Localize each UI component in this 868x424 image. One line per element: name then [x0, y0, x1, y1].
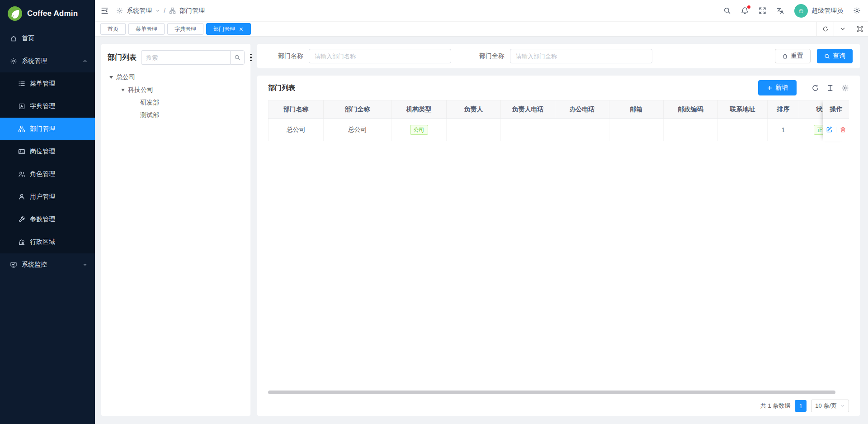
- tree-node-label: 科技公司: [128, 86, 153, 94]
- dept-name-input[interactable]: [309, 49, 451, 63]
- query-button[interactable]: 查询: [817, 49, 853, 63]
- table-refresh-button[interactable]: [811, 84, 819, 92]
- edit-icon: [826, 126, 833, 133]
- tree-search: [141, 50, 245, 65]
- search-icon: [723, 7, 731, 14]
- sidebar-item-user-management[interactable]: 用户管理: [0, 186, 95, 208]
- dept-tree: 总公司 科技公司 研发部 测试部: [108, 71, 244, 122]
- breadcrumb-section[interactable]: 系统管理: [127, 7, 152, 15]
- cell-address: [718, 119, 768, 141]
- tree-search-input[interactable]: [141, 50, 230, 65]
- page-1-button[interactable]: 1: [795, 400, 807, 412]
- cell-postcode: [664, 119, 718, 141]
- org-chart-icon: [18, 125, 25, 133]
- fullscreen-button[interactable]: [759, 7, 766, 14]
- sidebar-item-label: 行政区域: [30, 238, 55, 246]
- tree-search-button[interactable]: [230, 50, 245, 65]
- tab-dict-management[interactable]: 字典管理: [167, 23, 203, 35]
- bank-icon: [18, 238, 25, 246]
- notification-dot: [747, 5, 750, 9]
- tree-panel-header: 部门列表: [108, 50, 244, 65]
- sidebar-item-post-management[interactable]: 岗位管理: [0, 140, 95, 163]
- chevron-down-icon: [840, 26, 846, 32]
- row-height-button[interactable]: [826, 84, 834, 92]
- plus-icon: [767, 85, 773, 91]
- action-divider: [836, 127, 836, 133]
- app-title: Coffee Admin: [27, 9, 78, 18]
- page-size-select[interactable]: 10 条/页: [811, 400, 849, 412]
- horizontal-scrollbar-thumb[interactable]: [268, 391, 835, 394]
- notifications-button[interactable]: [741, 7, 749, 14]
- tree-more-button[interactable]: [249, 52, 253, 63]
- dept-fullname-input[interactable]: [510, 49, 652, 63]
- dept-name-label: 部门名称: [278, 52, 303, 60]
- sidebar-item-param-management[interactable]: 参数管理: [0, 208, 95, 231]
- close-icon[interactable]: [239, 27, 244, 32]
- sidebar-item-label: 字典管理: [30, 102, 55, 110]
- edit-row-button[interactable]: [826, 126, 833, 133]
- sidebar-item-label: 系统监控: [22, 261, 47, 269]
- sidebar-item-role-management[interactable]: 角色管理: [0, 163, 95, 186]
- caret-down-icon[interactable]: [109, 76, 113, 79]
- refresh-icon: [822, 26, 829, 32]
- dictionary-icon: [18, 103, 25, 110]
- search-icon: [234, 54, 241, 61]
- reset-button[interactable]: 重置: [775, 49, 811, 63]
- sidebar-item-home[interactable]: 首页: [0, 27, 95, 50]
- content-fullscreen-button[interactable]: [851, 22, 868, 36]
- add-button[interactable]: 新增: [758, 80, 797, 95]
- sidebar-menu: 首页 系统管理 菜单管理 字典管理 部门管理 岗位管理: [0, 27, 95, 424]
- sidebar-item-dept-management[interactable]: 部门管理: [0, 118, 95, 140]
- cell-leader-phone: [501, 119, 555, 141]
- sidebar-item-label: 菜单管理: [30, 80, 55, 88]
- menu-fold-button[interactable]: [100, 6, 109, 15]
- breadcrumb-separator: /: [164, 7, 165, 14]
- org-chart-icon: [169, 7, 176, 14]
- tabbar: 首页 菜单管理 字典管理 部门管理: [95, 22, 868, 37]
- settings-button[interactable]: [853, 7, 861, 14]
- caret-down-icon[interactable]: [121, 89, 125, 91]
- tree-node-label: 测试部: [140, 111, 159, 119]
- sidebar-submenu: 菜单管理 字典管理 部门管理 岗位管理 角色管理 用户管理: [0, 72, 95, 253]
- search-icon: [824, 53, 830, 59]
- tree-node-tech-company[interactable]: 科技公司: [108, 84, 244, 96]
- sidebar: Coffee Admin 首页 系统管理 菜单管理 字典管理 部门管理: [0, 0, 95, 424]
- sidebar-item-label: 角色管理: [30, 170, 55, 178]
- tree-node-head-office[interactable]: 总公司: [108, 71, 244, 84]
- gear-icon: [853, 7, 861, 14]
- global-search-button[interactable]: [723, 7, 731, 14]
- sidebar-item-system-management[interactable]: 系统管理: [0, 50, 95, 72]
- chevron-down-icon: [82, 262, 88, 267]
- column-settings-button[interactable]: [841, 84, 849, 92]
- cell-email: [609, 119, 664, 141]
- tab-home[interactable]: 首页: [100, 23, 126, 35]
- user-menu[interactable]: ☺ 超级管理员: [794, 4, 843, 18]
- tree-node-test-dept[interactable]: 测试部: [108, 109, 244, 122]
- tab-options-button[interactable]: [834, 22, 851, 36]
- tree-node-rd-dept[interactable]: 研发部: [108, 96, 244, 109]
- refresh-tab-button[interactable]: [816, 22, 834, 36]
- chevron-down-icon: [840, 404, 845, 408]
- language-switch-button[interactable]: [776, 7, 784, 15]
- tab-label: 首页: [108, 25, 118, 33]
- sidebar-item-label: 部门管理: [30, 125, 55, 133]
- sidebar-item-label: 参数管理: [30, 215, 55, 224]
- sidebar-item-label: 用户管理: [30, 193, 55, 201]
- trash-icon: [840, 126, 846, 133]
- cell-office-phone: [555, 119, 609, 141]
- table-card-header: 部门列表 新增: [268, 76, 849, 100]
- col-dept-fullname: 部门全称: [324, 100, 392, 119]
- filter-dept-fullname: 部门全称: [479, 49, 652, 63]
- delete-row-button[interactable]: [840, 126, 846, 133]
- tab-dept-management[interactable]: 部门管理: [206, 23, 251, 35]
- tab-menu-management[interactable]: 菜单管理: [128, 23, 165, 35]
- leaf-logo-icon: [7, 6, 23, 21]
- fixed-action-column: 操作: [823, 100, 849, 141]
- sidebar-item-system-monitor[interactable]: 系统监控: [0, 253, 95, 276]
- avatar: ☺: [794, 4, 808, 18]
- sidebar-item-admin-region[interactable]: 行政区域: [0, 231, 95, 253]
- sidebar-item-menu-management[interactable]: 菜单管理: [0, 72, 95, 95]
- sidebar-item-dict-management[interactable]: 字典管理: [0, 95, 95, 118]
- col-postcode: 邮政编码: [664, 100, 718, 119]
- filter-bar: 部门名称 部门全称 重置 查询: [257, 44, 860, 68]
